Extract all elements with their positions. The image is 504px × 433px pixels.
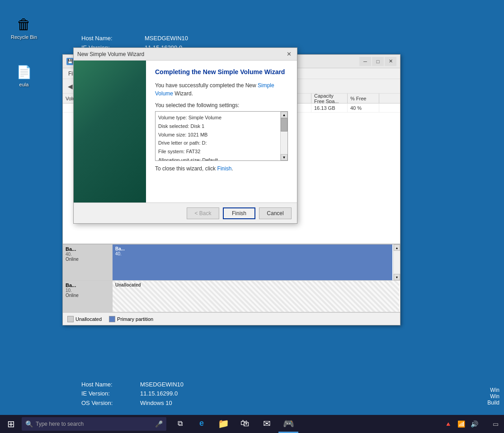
legend: Unallocated Primary partition [63,312,400,325]
legend-primary-label: Primary partition [117,316,153,322]
disk-mgmt-icon: 💾 [66,58,74,65]
wizard-body: Completing the New Simple Volume Wizard … [74,61,297,202]
wizard-title: New Simple Volume Wizard [77,51,284,57]
start-button[interactable]: ⊞ [0,415,22,433]
wizard-content: Completing the New Simple Volume Wizard … [146,61,297,202]
partition-unallocated: Unallocated [113,281,400,312]
legend-unallocated-color [67,316,74,322]
recycle-bin-icon[interactable]: 🗑 Recycle Bin [8,14,40,42]
wizard-titlebar: New Simple Volume Wizard ✕ [74,48,297,61]
right-info: Win Win Build [487,387,499,406]
desktop: 🗑 Recycle Bin 📄 eula Host Name: MSEDGEWI… [0,0,504,433]
scroll-up-btn[interactable]: ▲ [281,112,287,118]
mail-app[interactable]: ✉ [257,415,277,433]
disk-row-0: Ba... 40. Online Ba... 40. ▲ ▼ [63,245,400,281]
show-desktop-icon[interactable]: ▭ [491,420,500,428]
xbox-app[interactable]: 🎮 [278,415,298,433]
mic-icon: 🎤 [155,420,163,428]
notifications-icon[interactable]: 🔺 [443,420,454,428]
close-button[interactable]: ✕ [385,57,396,66]
partition-primary: Ba... 40. [113,245,393,280]
taskbar: ⊞ 🔍 Type here to search 🎤 ⧉ e 📁 🛍 ✉ 🎮 🔺 … [0,415,504,433]
wizard-footer: < Back Finish Cancel [74,202,297,223]
edge-app[interactable]: e [192,415,212,433]
wizard-settings-label: You selected the following settings: [155,102,288,108]
store-app[interactable]: 🛍 [235,415,255,433]
cancel-button[interactable]: Cancel [259,207,292,219]
finish-button[interactable]: Finish [223,207,255,219]
wizard-heading: Completing the New Simple Volume Wizard [155,68,288,76]
network-icon[interactable]: 📶 [456,420,467,428]
explorer-app[interactable]: 📁 [213,415,233,433]
legend-unallocated-label: Unallocated [75,316,102,322]
wizard-dialog: New Simple Volume Wizard ✕ Completing th… [73,47,297,224]
maximize-button[interactable]: □ [372,57,384,66]
search-icon: 🔍 [25,420,33,428]
scroll-down-btn[interactable]: ▼ [281,154,287,160]
eula-icon[interactable]: 📄 eula [8,61,40,89]
info-overlay-bottom: Host Name: MSEDGEWIN10 IE Version: 11.15… [81,380,184,408]
disk-row-1: Ba... 10. Online Unallocated [63,281,400,312]
settings-scrollbar[interactable]: ▲ ▼ [280,112,287,160]
settings-list: Volume type: Simple Volume Disk selected… [155,112,280,160]
wizard-close-button[interactable]: ✕ [284,50,293,58]
th-pct-free: % Free [348,94,379,103]
taskbar-apps: ⧉ e 📁 🛍 ✉ 🎮 [170,415,298,433]
finish-link[interactable]: Finish [217,165,231,172]
legend-primary-color [109,316,115,322]
volume-icon[interactable]: 🔊 [469,420,480,428]
scroll-thumb[interactable] [281,118,287,132]
search-placeholder: Type here to search [36,421,84,427]
settings-container: Volume type: Simple Volume Disk selected… [155,111,288,161]
wizard-intro-text: You have successfully completed the New … [155,81,288,98]
wizard-close-text: To close this wizard, click Finish. [155,165,288,172]
search-bar[interactable]: 🔍 Type here to search 🎤 [22,417,166,431]
disk-view-area: Ba... 40. Online Ba... 40. ▲ ▼ [63,244,400,325]
wizard-sidebar [74,61,146,202]
taskbar-right: 🔺 📶 🔊 ▭ [443,415,504,433]
th-free: Capacity Free Spa... [311,94,348,103]
back-button[interactable]: < Back [187,207,219,219]
window-controls: ─ □ ✕ [359,57,396,66]
minimize-button[interactable]: ─ [359,57,371,66]
taskview-button[interactable]: ⧉ [170,415,190,433]
